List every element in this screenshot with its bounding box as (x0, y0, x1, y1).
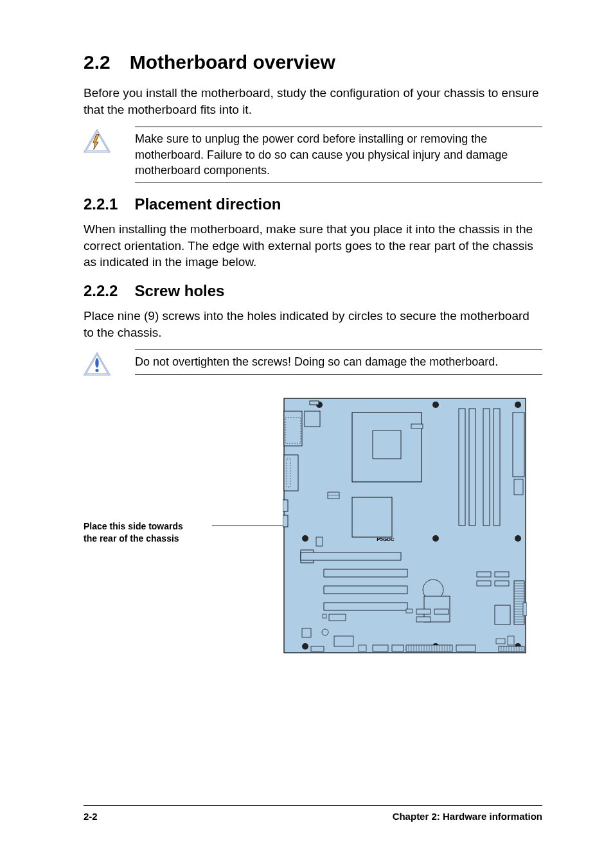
svg-rect-74 (302, 628, 311, 637)
svg-rect-29 (459, 409, 465, 526)
caution-note: Do not overtighten the screws! Doing so … (84, 350, 542, 379)
figure-callout: Place this side towards the rear of the … (84, 520, 283, 545)
lightning-warning-icon (84, 129, 111, 156)
svg-rect-77 (311, 646, 324, 651)
svg-rect-48 (495, 581, 509, 586)
svg-rect-67 (495, 605, 510, 624)
section-title-text: Motherboard overview (130, 51, 335, 73)
warning-note: Make sure to unplug the power cord befor… (84, 127, 542, 182)
svg-rect-27 (411, 424, 423, 429)
warning-text: Make sure to unplug the power cord befor… (135, 131, 542, 178)
svg-point-14 (302, 643, 308, 650)
svg-rect-79 (373, 645, 388, 651)
svg-rect-100 (496, 639, 505, 644)
svg-point-5 (95, 359, 98, 368)
motherboard-diagram-wrap: P5GDC (283, 397, 542, 654)
exclamation-caution-icon (84, 352, 111, 379)
section-heading: 2.2Motherboard overview (84, 51, 542, 73)
warning-text-container: Make sure to unplug the power cord befor… (135, 127, 542, 182)
svg-rect-101 (508, 636, 514, 645)
svg-rect-37 (316, 537, 323, 546)
svg-point-13 (515, 535, 521, 542)
svg-rect-71 (406, 609, 413, 613)
svg-rect-30 (469, 409, 475, 526)
page-number: 2-2 (84, 811, 98, 822)
svg-marker-0 (84, 130, 110, 152)
motherboard-diagram: P5GDC (283, 397, 527, 654)
section-number: 2.2 (84, 51, 111, 73)
svg-rect-18 (284, 411, 302, 446)
subsection-1-title: Placement direction (134, 195, 281, 213)
svg-rect-28 (352, 497, 392, 537)
page-footer: 2-2 Chapter 2: Hardware information (84, 805, 542, 822)
subsection-2-title: Screw holes (134, 282, 224, 299)
svg-rect-23 (283, 515, 288, 527)
svg-point-9 (432, 402, 439, 408)
svg-rect-39 (301, 553, 401, 560)
svg-rect-32 (493, 409, 500, 526)
callout-line1: Place this side towards (84, 521, 183, 531)
svg-point-12 (432, 535, 439, 542)
svg-rect-34 (514, 479, 523, 495)
callout-line2: the rear of the chassis (84, 533, 179, 544)
svg-rect-45 (477, 572, 491, 577)
caution-text: Do not overtighten the screws! Doing so … (135, 354, 542, 369)
svg-rect-20 (284, 455, 298, 491)
svg-rect-47 (477, 581, 491, 586)
svg-point-11 (302, 535, 308, 542)
svg-rect-66 (523, 603, 527, 616)
figure-container: Place this side towards the rear of the … (84, 397, 542, 654)
svg-point-10 (515, 402, 521, 408)
svg-rect-68 (416, 609, 431, 614)
subsection-2-number: 2.2.2 (84, 282, 118, 299)
svg-rect-72 (329, 614, 346, 621)
caution-text-container: Do not overtighten the screws! Doing so … (135, 350, 542, 374)
svg-rect-41 (324, 586, 407, 594)
section-intro: Before you install the motherboard, stud… (84, 85, 542, 118)
svg-rect-49 (514, 581, 524, 624)
svg-rect-40 (324, 569, 407, 577)
figure-callout-area: Place this side towards the rear of the … (84, 397, 283, 545)
svg-rect-31 (483, 409, 490, 526)
subsection-1-number: 2.2.1 (84, 195, 118, 213)
svg-rect-42 (324, 603, 407, 610)
svg-rect-26 (373, 430, 401, 459)
svg-rect-46 (495, 572, 509, 577)
svg-rect-80 (392, 645, 404, 651)
svg-rect-22 (283, 500, 288, 511)
svg-rect-76 (334, 636, 353, 646)
svg-rect-17 (310, 401, 319, 405)
svg-rect-99 (456, 645, 475, 651)
svg-point-6 (95, 369, 98, 372)
chapter-title: Chapter 2: Hardware information (393, 811, 542, 822)
svg-rect-73 (323, 614, 326, 618)
subsection-2-heading: 2.2.2Screw holes (84, 282, 542, 300)
subsection-1-body: When installing the motherboard, make su… (84, 221, 542, 270)
board-label: P5GDC (377, 536, 395, 542)
svg-rect-24 (305, 411, 320, 427)
svg-rect-69 (434, 609, 449, 614)
svg-rect-78 (359, 645, 366, 651)
svg-rect-70 (416, 617, 431, 622)
subsection-1-heading: 2.2.1Placement direction (84, 195, 542, 213)
svg-rect-33 (513, 412, 524, 477)
subsection-2-body: Place nine (9) screws into the holes ind… (84, 308, 542, 341)
callout-pointer-line (212, 526, 283, 526)
